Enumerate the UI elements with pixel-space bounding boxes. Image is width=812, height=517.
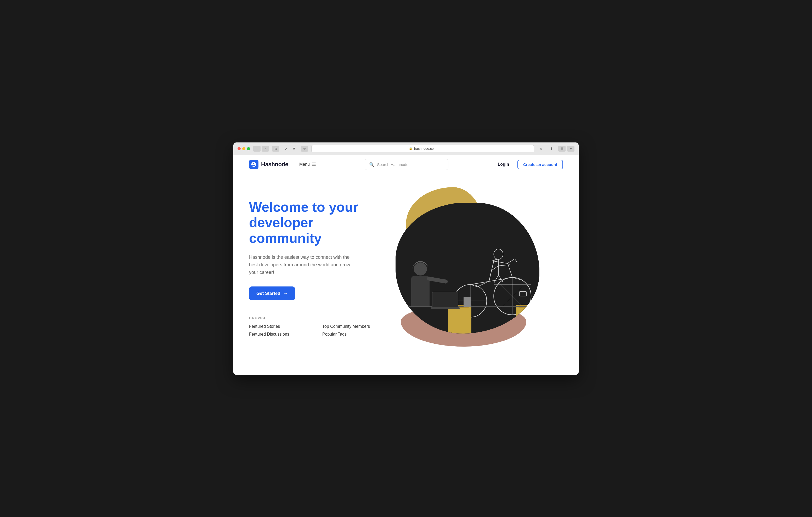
svg-line-5 <box>508 264 513 278</box>
font-large-button[interactable]: A <box>290 146 298 152</box>
featured-stories-link[interactable]: Featured Stories <box>249 324 301 329</box>
browser-chrome: ‹ › ⊡ A A ⊕ 🔒 hashnode.com ✕ ⬆ ⊞ + <box>233 143 579 155</box>
browser-right-actions: ⊞ + <box>558 146 575 152</box>
person-silhouette <box>411 263 430 307</box>
hashnode-logo-icon <box>249 160 258 169</box>
new-tab-button[interactable]: + <box>567 146 575 152</box>
forward-button[interactable]: › <box>262 146 269 152</box>
browser-window: ‹ › ⊡ A A ⊕ 🔒 hashnode.com ✕ ⬆ ⊞ + <box>233 143 579 375</box>
browse-section: BROWSE Featured Stories Top Community Me… <box>249 316 375 337</box>
svg-line-2 <box>470 277 513 284</box>
svg-line-10 <box>515 259 517 262</box>
logo-area[interactable]: Hashnode <box>249 160 288 169</box>
hashnode-logo-svg <box>251 161 257 167</box>
featured-discussions-link[interactable]: Featured Discussions <box>249 332 301 337</box>
laptop <box>432 292 458 307</box>
svg-rect-17 <box>520 292 527 296</box>
svg-line-16 <box>498 275 503 282</box>
traffic-lights <box>237 147 250 150</box>
hero-section: Welcome to your developer community Hash… <box>233 174 579 362</box>
search-area: 🔍 Search Hashnode <box>319 159 494 170</box>
nav-right: Login Create an account <box>494 160 563 170</box>
menu-label: Menu <box>299 162 310 167</box>
svg-line-4 <box>494 261 508 264</box>
top-community-link[interactable]: Top Community Members <box>322 324 375 329</box>
back-button[interactable]: ‹ <box>253 146 261 152</box>
search-icon: 🔍 <box>369 162 374 167</box>
arrow-right-icon: → <box>283 291 288 296</box>
hero-image-blob <box>396 203 540 334</box>
chair-left <box>448 305 471 334</box>
browse-links: Featured Stories Top Community Members F… <box>249 324 375 337</box>
hero-right <box>375 190 563 346</box>
font-small-button[interactable]: A <box>283 146 290 152</box>
tile-window-button[interactable]: ⊞ <box>558 146 566 152</box>
search-placeholder-text: Search Hashnode <box>377 162 408 167</box>
close-tab-button[interactable]: ✕ <box>537 146 545 152</box>
navbar: Hashnode Menu ☰ 🔍 Search Hashnode Login … <box>233 155 579 174</box>
svg-point-11 <box>494 249 503 259</box>
menu-button[interactable]: Menu ☰ <box>297 160 319 168</box>
minimize-button[interactable] <box>242 147 245 150</box>
browse-label: BROWSE <box>249 316 375 320</box>
svg-line-6 <box>477 281 489 287</box>
svg-line-9 <box>507 259 515 264</box>
create-account-button[interactable]: Create an account <box>517 160 563 170</box>
hero-left: Welcome to your developer community Hash… <box>249 200 375 337</box>
ssl-lock-icon: 🔒 <box>409 147 412 150</box>
hamburger-icon: ☰ <box>312 162 316 167</box>
chair-right <box>516 305 540 334</box>
hero-title-line1: Welcome to your <box>249 200 358 215</box>
close-button[interactable] <box>237 147 241 150</box>
popular-tags-link[interactable]: Popular Tags <box>322 332 375 337</box>
search-bar[interactable]: 🔍 Search Hashnode <box>365 159 448 170</box>
photo-scene <box>396 203 540 334</box>
svg-line-3 <box>489 261 494 281</box>
hero-title-line2: developer community <box>249 215 321 246</box>
page-content: Hashnode Menu ☰ 🔍 Search Hashnode Login … <box>233 155 579 375</box>
hero-blob-container <box>393 195 545 341</box>
get-started-label: Get Started <box>256 291 281 296</box>
logo-text: Hashnode <box>261 161 288 168</box>
lock-icon: ⊕ <box>301 146 308 152</box>
hero-description: Hashnode is the easiest way to connect w… <box>249 253 354 276</box>
address-bar[interactable]: 🔒 hashnode.com <box>311 145 534 152</box>
maximize-button[interactable] <box>247 147 250 150</box>
reading-list-button[interactable]: ⊡ <box>272 146 280 152</box>
share-button[interactable]: ⬆ <box>548 146 555 152</box>
coffee-cup <box>464 297 471 307</box>
url-display: hashnode.com <box>414 147 436 151</box>
get-started-button[interactable]: Get Started → <box>249 286 295 300</box>
login-button[interactable]: Login <box>494 160 512 169</box>
reader-buttons: A A <box>283 146 298 152</box>
svg-line-15 <box>494 275 498 283</box>
browser-nav: ‹ › <box>253 146 269 152</box>
hero-title: Welcome to your developer community <box>249 200 375 246</box>
